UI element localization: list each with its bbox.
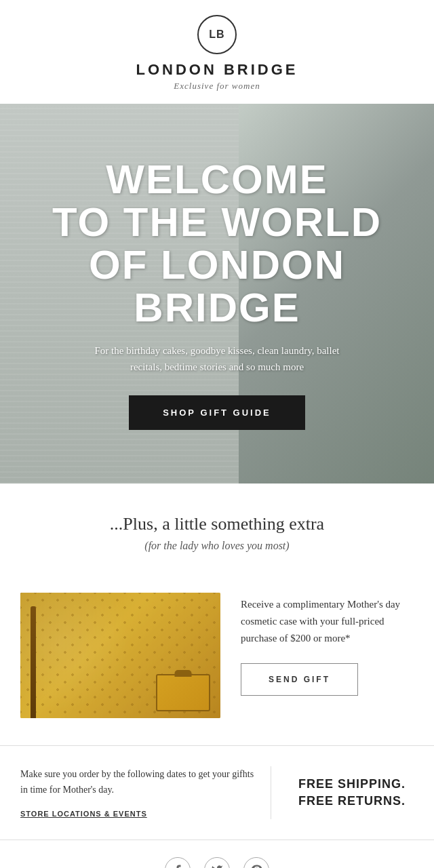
product-info: Receive a complimentary Mother's day cos… [241, 593, 414, 696]
shipping-line2: FREE RETURNS. [298, 794, 406, 808]
product-image [20, 593, 220, 718]
hero-section: WELCOME TO THE WORLD OF LONDON BRIDGE Fo… [0, 104, 434, 484]
logo-circle: LB [197, 15, 237, 54]
plus-title: ...Plus, a little something extra [20, 514, 414, 534]
footer [0, 840, 434, 868]
shop-gift-guide-button[interactable]: SHOP GIFT GUIDE [129, 395, 305, 430]
pinterest-icon[interactable] [243, 857, 269, 868]
shipping-text: FREE SHIPPING. FREE RETURNS. [298, 776, 414, 810]
order-info-text: Make sure you order by the following dat… [20, 766, 257, 797]
hero-title-line2: TO THE WORLD [52, 199, 382, 245]
shipping-line1: FREE SHIPPING. [298, 777, 406, 791]
plus-subtitle: (for the lady who loves you most) [20, 540, 414, 552]
hero-title-line1: WELCOME [106, 157, 328, 202]
twitter-icon[interactable] [204, 857, 230, 868]
plus-section: ...Plus, a little something extra (for t… [0, 484, 434, 593]
brand-name: LONDON BRIDGE [136, 61, 298, 79]
hero-title: WELCOME TO THE WORLD OF LONDON BRIDGE [14, 158, 420, 329]
hero-title-line3: OF LONDON BRIDGE [89, 242, 345, 330]
bottom-info: Make sure you order by the following dat… [0, 745, 434, 840]
send-gift-button[interactable]: SEND GIFT [241, 663, 358, 696]
cosmetic-case [156, 674, 210, 711]
bottom-left: Make sure you order by the following dat… [20, 766, 271, 819]
product-row: Receive a complimentary Mother's day cos… [0, 593, 434, 745]
product-description: Receive a complimentary Mother's day cos… [241, 596, 414, 646]
store-locations-link[interactable]: STORE LOCATIONS & EVENTS [20, 810, 147, 818]
hero-content: WELCOME TO THE WORLD OF LONDON BRIDGE Fo… [0, 104, 434, 484]
header: LB LONDON BRIDGE Exclusive for women [0, 0, 434, 104]
logo-initials: LB [209, 28, 224, 41]
facebook-icon[interactable] [165, 857, 191, 868]
brand-tagline: Exclusive for women [174, 81, 260, 92]
bag-strap [31, 606, 36, 718]
hero-subtitle: For the birthday cakes, goodbye kisses, … [88, 342, 346, 375]
bottom-right: FREE SHIPPING. FREE RETURNS. [285, 766, 414, 819]
